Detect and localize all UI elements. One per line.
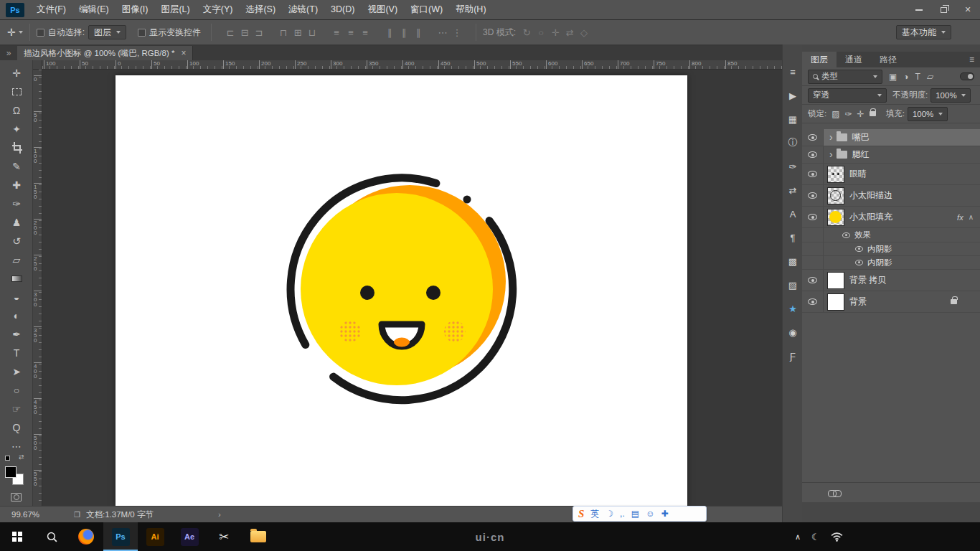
filter-shape-layers-icon[interactable]: ▱ xyxy=(927,72,933,82)
filter-type-layers-icon[interactable]: T xyxy=(915,72,920,82)
distribute-horizontal-centers-icon[interactable]: ∥ xyxy=(397,27,411,38)
expand-arrow-icon[interactable]: › xyxy=(829,149,833,160)
auto-select-target-dropdown[interactable]: 图层 xyxy=(88,25,126,39)
visibility-cell[interactable] xyxy=(802,185,824,206)
tool-eraser[interactable]: ▱ xyxy=(0,251,33,268)
tab-layers[interactable]: 图层 xyxy=(802,52,837,67)
styles-panel-icon[interactable]: ▨ xyxy=(783,276,803,293)
visibility-cell[interactable] xyxy=(802,270,824,291)
tool-history-brush[interactable]: ↺ xyxy=(0,232,33,250)
ime-toolbox-icon[interactable]: ✚ xyxy=(661,509,668,519)
brush-settings-panel-icon[interactable]: ✑ xyxy=(783,158,803,175)
opacity-dropdown[interactable]: 100% xyxy=(930,88,971,103)
layer-filter-toggle[interactable] xyxy=(960,72,974,80)
layer-row-sun-fill[interactable]: 小太阳填充 fx ∧ xyxy=(802,207,980,228)
filter-adjustment-layers-icon[interactable]: ◑ xyxy=(903,72,908,82)
tray-chevron-icon[interactable]: ∧ xyxy=(795,532,801,542)
tool-preset-dropdown[interactable]: ✛ xyxy=(7,27,23,38)
search-button[interactable] xyxy=(34,522,69,551)
tool-path-selection[interactable]: ➤ xyxy=(0,363,33,380)
actions-panel-icon[interactable]: ▶ xyxy=(783,87,803,104)
browser-button[interactable] xyxy=(69,522,103,551)
glyphs-panel-icon[interactable]: Ƒ xyxy=(783,347,803,364)
distribute-top-icon[interactable]: ≡ xyxy=(329,27,344,38)
effect-row-inner-shadow[interactable]: 内阴影 xyxy=(802,256,980,270)
collapse-panels-icon[interactable]: » xyxy=(0,48,17,58)
swatches-panel-icon[interactable]: ▦ xyxy=(783,110,803,128)
distribute-left-icon[interactable]: ∥ xyxy=(382,27,397,38)
ime-punctuation-icon[interactable]: ,. xyxy=(620,509,625,519)
character-panel-icon[interactable]: A xyxy=(783,205,803,222)
eye-icon[interactable] xyxy=(855,260,863,265)
layer-thumbnail[interactable] xyxy=(828,188,844,204)
expand-arrow-icon[interactable]: › xyxy=(829,131,833,143)
auto-select-checkbox[interactable] xyxy=(37,29,44,37)
ime-soft-keyboard-icon[interactable]: ▤ xyxy=(631,509,639,519)
canvas-area[interactable] xyxy=(42,70,782,506)
align-bottom-edges-icon[interactable]: ⊔ xyxy=(305,27,319,38)
3d-roll-icon[interactable]: ○ xyxy=(534,27,548,38)
eye-icon[interactable] xyxy=(855,246,863,252)
layer-row-sun-stroke[interactable]: 小太阳描边 xyxy=(802,185,980,207)
taskbar-aftereffects-button[interactable]: Ae xyxy=(172,522,207,551)
tray-moon-icon[interactable]: ☾ xyxy=(811,532,820,542)
tab-channels[interactable]: 通道 xyxy=(837,52,871,67)
menu-item[interactable]: 滤镜(T) xyxy=(282,0,324,19)
filter-pixel-layers-icon[interactable]: ▣ xyxy=(889,72,897,82)
layer-thumbnail[interactable] xyxy=(828,166,844,182)
layer-thumbnail[interactable] xyxy=(828,294,844,310)
layer-row-background-copy[interactable]: 背景 拷贝 xyxy=(802,270,980,291)
status-options-chevron-icon[interactable]: › xyxy=(218,510,221,519)
align-horizontal-centers-icon[interactable]: ⊟ xyxy=(237,27,252,38)
tool-zoom[interactable]: Q xyxy=(0,419,33,436)
tool-rectangular-marquee[interactable] xyxy=(0,83,33,100)
tool-blur[interactable]: ◒ xyxy=(0,288,33,306)
tool-quick-selection[interactable]: ✦ xyxy=(0,121,33,138)
menu-item[interactable]: 窗口(W) xyxy=(404,0,449,19)
foreground-color-swatch[interactable] xyxy=(5,466,17,478)
fill-dropdown[interactable]: 100% xyxy=(908,107,948,121)
workspace-dropdown[interactable]: 基本功能 xyxy=(896,25,951,39)
ime-emoji-icon[interactable]: ☺ xyxy=(646,509,654,519)
layer-name[interactable]: 小太阳描边 xyxy=(849,189,892,202)
tool-crop[interactable] xyxy=(0,139,33,156)
menu-item[interactable]: 图层(L) xyxy=(154,0,196,19)
visibility-cell[interactable] xyxy=(802,146,824,163)
3d-orbit-icon[interactable]: ↻ xyxy=(519,27,534,38)
tool-ellipse[interactable]: ○ xyxy=(0,382,33,399)
fx-badge[interactable]: fx xyxy=(957,213,963,222)
tab-paths[interactable]: 路径 xyxy=(871,52,905,67)
patterns-panel-icon[interactable]: ▩ xyxy=(783,253,803,270)
menu-item[interactable]: 3D(D) xyxy=(324,0,361,19)
tool-gradient[interactable] xyxy=(0,270,33,287)
tool-eyedropper[interactable]: ✎ xyxy=(0,158,33,175)
lock-image-pixels-icon[interactable]: ✑ xyxy=(845,109,852,119)
zoom-level-field[interactable]: 99.67% xyxy=(11,510,39,519)
sogou-logo[interactable]: S xyxy=(578,508,584,520)
tool-hand[interactable]: ☞ xyxy=(0,400,33,418)
menu-item[interactable]: 文件(F) xyxy=(30,0,72,19)
show-transform-checkbox[interactable] xyxy=(138,29,146,37)
minimize-button[interactable] xyxy=(907,0,931,20)
link-layers-icon[interactable] xyxy=(828,490,841,496)
ime-lang-en[interactable]: 英 xyxy=(590,508,599,520)
layer-thumbnail[interactable] xyxy=(828,273,844,288)
close-tab-icon[interactable]: × xyxy=(181,48,186,58)
properties-panel-icon[interactable]: ≡ xyxy=(783,63,803,80)
align-right-edges-icon[interactable]: ⊐ xyxy=(252,27,266,38)
distribute-right-icon[interactable]: ∥ xyxy=(411,27,425,38)
tool-brush[interactable]: ✑ xyxy=(0,195,33,212)
tool-move[interactable]: ✛ xyxy=(0,65,33,82)
distribute-vertical-space-icon[interactable]: ⋮ xyxy=(450,27,464,38)
effects-header-row[interactable]: 效果 xyxy=(802,228,980,242)
quick-mask-button[interactable] xyxy=(11,493,22,501)
lock-transparent-pixels-icon[interactable]: ▨ xyxy=(831,109,839,119)
layer-filter-kind-dropdown[interactable]: 类型 xyxy=(808,70,882,84)
taskbar-explorer-button[interactable] xyxy=(241,522,275,551)
layer-name[interactable]: 嘴巴 xyxy=(852,131,870,143)
histogram-panel-icon[interactable]: ◉ xyxy=(783,324,803,341)
effect-name[interactable]: 内阴影 xyxy=(867,258,892,268)
distribute-horizontal-space-icon[interactable]: ⋯ xyxy=(435,27,450,38)
tool-lasso[interactable]: Ω xyxy=(0,102,33,119)
lock-position-icon[interactable]: ✛ xyxy=(857,109,864,119)
